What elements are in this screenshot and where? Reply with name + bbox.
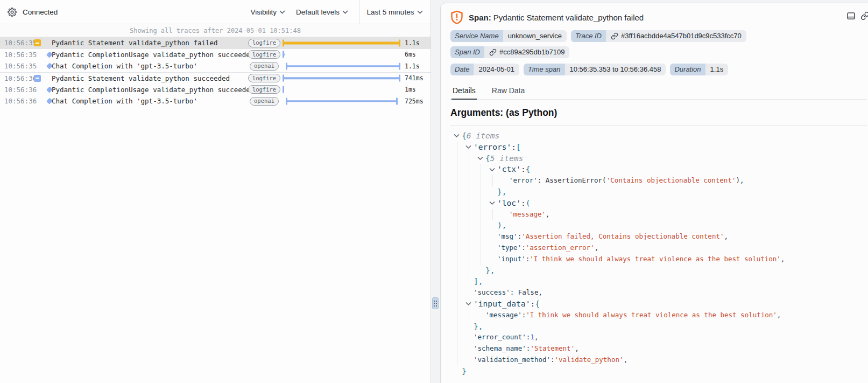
indent-guide [492,175,493,186]
collapse-chevron-icon[interactable] [465,302,474,306]
tab-details[interactable]: Details [451,84,477,100]
trace-row[interactable]: 10:56:36Chat Completion with 'gpt-3.5-tu… [0,95,431,107]
meta-badge: Service Nameunknown_service [450,30,567,42]
collapse-chevron-icon[interactable] [489,201,497,205]
trace-row[interactable]: 10:56:36Pydantic CompletionUsage validat… [0,83,431,95]
meta-badge-label: Service Name [450,30,503,42]
trace-label: Pydantic CompletionUsage validate_python… [52,51,250,59]
trace-row[interactable]: 10:56:36Pydantic Statement validate_pyth… [0,72,431,84]
duration-label: 1ms [405,86,431,93]
code-line: }, [450,265,867,276]
tab-raw-data[interactable]: Raw Data [491,84,526,99]
trace-time: 10:56:36 [0,74,33,82]
indent-guide [457,175,457,186]
indent-guide [457,186,457,198]
meta-badge: Duration1.1s [670,64,728,75]
collapse-chevron-icon[interactable] [454,134,462,138]
link-icon[interactable] [611,32,618,40]
duration-bar [283,37,402,49]
duration-label: 6ms [405,51,431,58]
code-line: 'msg': 'Assertion failed, Contains objec… [450,231,867,242]
indent-guide [457,231,457,242]
trace-time: 10:56:36 [0,97,33,105]
code-line: 'input': 'I think we should always treat… [450,254,867,265]
indent-guide [469,310,469,321]
trace-label: Chat Completion with 'gpt-3.5-turbo' [52,62,250,70]
span-diamond-icon [33,99,52,103]
indent-guide [457,354,457,366]
duration-bar [283,95,402,107]
span-diamond-icon [33,52,52,57]
indent-guide [457,209,457,220]
arguments-code-tree: { 6 items'errors': [{ 5 items'ctx': {'er… [450,130,867,377]
duration-label: 741ms [405,74,431,82]
span-title: Span: Pydantic Statement validate_python… [469,13,644,22]
panel-splitter-handle[interactable] [432,297,439,309]
gear-icon[interactable] [8,8,17,17]
traces-info-bar: Showing all traces after 2024-05-01 10:5… [0,24,431,37]
indent-guide [469,220,469,231]
code-line: 'ctx': { [450,164,867,175]
collapse-chevron-icon[interactable] [489,168,497,172]
code-line: 'type': 'assertion_error', [450,242,867,254]
duration-label: 1.1s [405,39,431,47]
panel-bottom-icon[interactable] [846,11,856,20]
trace-time: 10:56:35 [0,51,33,59]
visibility-menu[interactable]: Visibility [245,0,291,24]
indent-guide [457,298,457,310]
trace-label: Pydantic Statement validate_python succe… [52,74,250,82]
meta-badge[interactable]: Span ID#cc89a295db1b7109 [450,46,569,58]
code-line: 'validation_method': 'validate_python', [450,354,867,366]
connection-status: Connected [23,8,58,16]
trace-row[interactable]: 10:56:35Pydantic CompletionUsage validat… [0,49,431,61]
link-icon[interactable] [489,48,497,56]
trace-label: Pydantic Statement validate_python faile… [52,39,250,47]
scope-badge: logfire [250,85,278,94]
duration-bar [283,83,402,95]
duration-bar [283,49,402,61]
meta-badge-value: 10:56:35.353 to 10:56:36.458 [565,64,666,75]
code-line: }, [450,186,867,198]
meta-badge-value: unknown_service [503,30,567,42]
duration-label: 1.1s [405,62,431,70]
indent-guide [457,265,457,276]
indent-guide [457,321,457,332]
default-levels-menu[interactable]: Default levels [291,0,354,24]
trace-time: 10:56:35 [0,62,33,70]
span-diamond-icon [33,87,52,92]
indent-guide [457,254,457,265]
section-divider [450,126,867,126]
indent-guide [457,310,457,321]
code-line: 'message', [450,209,867,220]
trace-row[interactable]: 10:56:35Pydantic Statement validate_pyth… [0,37,431,49]
indent-guide [492,209,493,220]
indent-guide [457,153,457,164]
indent-guide [457,220,457,231]
indent-guide [469,164,469,175]
indent-guide [469,231,469,242]
meta-badge-value: #3ff16acbdde4a547b01d9c9c533fcc70 [606,30,746,42]
collapse-toggle-icon[interactable] [33,39,52,46]
collapse-chevron-icon[interactable] [477,156,485,161]
time-range-selector[interactable]: Last 5 minutes [359,0,431,24]
indent-guide [481,231,481,242]
trace-label: Chat Completion with 'gpt-3.5-turbo' [52,97,250,105]
duration-bar [283,73,402,84]
collapse-toggle-icon[interactable] [33,75,52,82]
meta-badge-value: 2024-05-01 [474,64,519,75]
chevron-down-icon [417,10,423,14]
trace-time: 10:56:35 [0,39,33,47]
trace-rows: 10:56:35Pydantic Statement validate_pyth… [0,37,431,107]
collapse-chevron-icon[interactable] [465,145,474,149]
code-line: { 5 items [450,153,867,164]
indent-guide [481,186,481,198]
meta-badge-label: Date [450,64,474,75]
code-line: 'message': 'I think we should always tre… [450,310,867,321]
meta-badge-label: Trace ID [571,30,606,42]
meta-badge[interactable]: Trace ID#3ff16acbdde4a547b01d9c9c533fcc7… [571,30,746,42]
indent-guide [457,198,457,209]
meta-badge-label: Span ID [450,46,484,58]
indent-guide [481,198,481,209]
trace-row[interactable]: 10:56:35Chat Completion with 'gpt-3.5-tu… [0,60,431,72]
copy-link-icon[interactable] [860,11,868,20]
